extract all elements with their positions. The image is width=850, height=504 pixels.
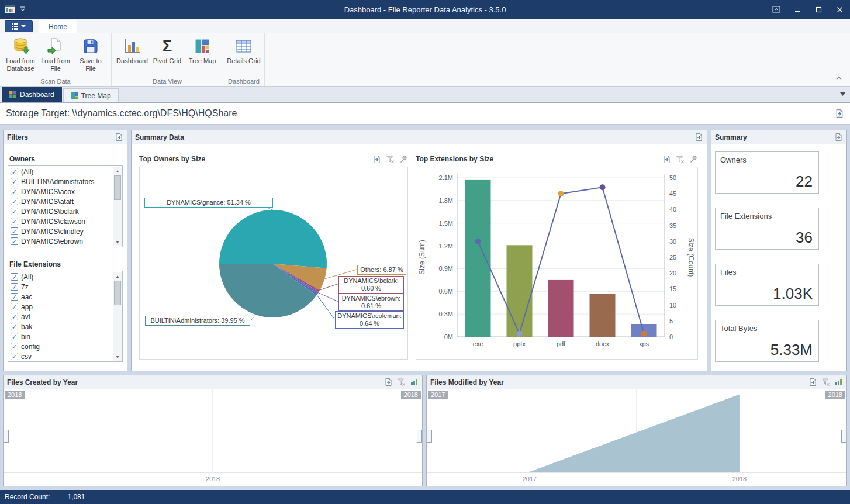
checkbox-checked-icon[interactable] xyxy=(11,237,18,245)
maximize-button[interactable] xyxy=(808,0,829,19)
extension-list-item[interactable]: (All) xyxy=(9,272,113,282)
owner-list-item[interactable]: DYNAMICS\clindley xyxy=(9,226,113,236)
checkbox-checked-icon[interactable] xyxy=(11,313,18,320)
clear-filter-button xyxy=(821,378,830,387)
tab-home[interactable]: Home xyxy=(39,20,77,33)
collapse-ribbon-button[interactable] xyxy=(834,73,844,82)
extension-list-item[interactable]: avi xyxy=(9,312,113,322)
bar-pptx[interactable] xyxy=(507,245,533,337)
owner-list-item[interactable]: DYNAMICS\acox xyxy=(9,187,113,196)
scrollbar-thumb[interactable] xyxy=(114,175,121,200)
details-grid-button[interactable]: Details Grid xyxy=(227,35,261,65)
tab-dashboard[interactable]: Dashboard xyxy=(2,87,62,102)
pin-button xyxy=(689,154,698,164)
ribbon-group-label: Data View xyxy=(112,78,223,85)
files-created-range-chart[interactable]: 2018 2018 2018 xyxy=(4,389,422,486)
checkbox-checked-icon[interactable] xyxy=(11,188,18,195)
line-marker[interactable] xyxy=(517,331,523,337)
line-marker[interactable] xyxy=(600,184,606,190)
ribbon-display-options-button[interactable] xyxy=(766,0,787,19)
summary-card-value: 36 xyxy=(796,229,813,247)
owner-list-item[interactable]: BUILTIN\Administrators xyxy=(9,177,113,187)
owner-list-item[interactable]: (All) xyxy=(9,167,113,177)
export-button[interactable] xyxy=(835,109,844,118)
export-icon xyxy=(115,133,123,141)
export-button[interactable] xyxy=(372,154,381,164)
scroll-down-button[interactable] xyxy=(113,353,122,361)
checkbox-checked-icon[interactable] xyxy=(11,333,18,340)
pie-slice[interactable] xyxy=(219,210,327,268)
checkbox-checked-icon[interactable] xyxy=(11,227,18,235)
export-button[interactable] xyxy=(114,133,123,142)
extension-list-item[interactable]: aac xyxy=(9,292,113,302)
checkbox-checked-icon[interactable] xyxy=(11,198,18,205)
checkbox-checked-icon[interactable] xyxy=(11,208,18,215)
extensions-scrollbar[interactable] xyxy=(113,272,122,361)
treemap-icon xyxy=(193,37,212,56)
extension-list-item[interactable]: app xyxy=(9,302,113,312)
line-marker[interactable] xyxy=(475,239,481,244)
scroll-down-button[interactable] xyxy=(113,238,122,246)
files-modified-range-chart[interactable]: 2017 2018 20172018 xyxy=(427,389,846,486)
dashboard-view-button[interactable]: Dashboard xyxy=(115,35,149,65)
quick-access-caret-icon[interactable] xyxy=(20,5,26,13)
chart-type-button[interactable] xyxy=(409,378,419,387)
scroll-up-button[interactable] xyxy=(113,272,122,280)
checkbox-checked-icon[interactable] xyxy=(11,168,18,175)
checkbox-checked-icon[interactable] xyxy=(11,323,18,330)
files-modified-panel: Files Modified by Year xyxy=(426,375,847,486)
owners-scrollbar[interactable] xyxy=(113,167,122,246)
scrollbar-thumb[interactable] xyxy=(114,281,121,305)
pivot-grid-button[interactable]: Σ Pivot Grid xyxy=(150,35,184,65)
save-to-file-button[interactable]: Save to File xyxy=(74,35,108,73)
extension-list-item[interactable]: csv xyxy=(9,351,113,361)
export-button[interactable] xyxy=(808,378,817,387)
extension-list-item[interactable]: 7z xyxy=(9,282,113,292)
checkbox-checked-icon[interactable] xyxy=(11,343,18,350)
export-button[interactable] xyxy=(662,154,671,164)
export-button[interactable] xyxy=(383,378,393,387)
range-handle-left[interactable] xyxy=(427,430,432,443)
checkbox-checked-icon[interactable] xyxy=(11,303,18,310)
owner-list-item[interactable]: DYNAMICS\ataft xyxy=(9,196,113,206)
checkbox-checked-icon[interactable] xyxy=(11,178,18,185)
range-handle-right[interactable] xyxy=(417,430,422,443)
range-handle-right[interactable] xyxy=(841,430,846,443)
export-button[interactable] xyxy=(834,133,843,142)
checkbox-checked-icon[interactable] xyxy=(11,293,18,301)
extension-list-item[interactable]: bin xyxy=(9,332,113,341)
pie-callout-label: DYNAMICS\rcoleman: 0.64 % xyxy=(335,311,404,329)
tree-map-view-button[interactable]: Tree Map xyxy=(185,35,219,65)
svg-text:40: 40 xyxy=(669,206,676,213)
export-button[interactable] xyxy=(694,133,703,142)
svg-text:10: 10 xyxy=(669,302,676,309)
grid-icon xyxy=(12,23,18,30)
pie-callout-label: DYNAMICS\bclark: 0.60 % xyxy=(338,276,404,294)
bar-docx[interactable] xyxy=(590,294,616,337)
line-marker[interactable] xyxy=(558,191,564,196)
bar-pdf[interactable] xyxy=(548,280,574,337)
chart-type-button[interactable] xyxy=(834,378,843,387)
checkbox-checked-icon[interactable] xyxy=(11,273,18,281)
owner-list-item[interactable]: DYNAMICS\clawson xyxy=(9,216,113,226)
database-download-icon xyxy=(11,37,30,56)
checkbox-checked-icon[interactable] xyxy=(11,283,18,291)
minimize-button[interactable] xyxy=(787,0,808,19)
checkbox-checked-icon[interactable] xyxy=(11,218,18,225)
line-marker[interactable] xyxy=(641,331,647,337)
tab-tree-map[interactable]: Tree Map xyxy=(63,88,119,102)
owner-list-item[interactable]: DYNAMICS\bclark xyxy=(9,206,113,216)
svg-text:1.2M: 1.2M xyxy=(439,243,453,250)
load-from-file-button[interactable]: Load from File xyxy=(39,35,72,73)
scroll-up-button[interactable] xyxy=(113,167,122,175)
bar-exe[interactable] xyxy=(465,180,491,337)
owner-list-item[interactable]: DYNAMICS\ebrown xyxy=(9,236,113,246)
checkbox-checked-icon[interactable] xyxy=(11,353,18,360)
application-menu-button[interactable] xyxy=(5,20,33,32)
tab-list-dropdown[interactable] xyxy=(840,89,845,98)
extension-list-item[interactable]: bak xyxy=(9,322,113,332)
load-from-database-button[interactable]: Load from Database xyxy=(4,35,37,73)
close-button[interactable] xyxy=(829,0,850,19)
range-handle-left[interactable] xyxy=(4,430,9,443)
extension-list-item[interactable]: config xyxy=(9,341,113,351)
